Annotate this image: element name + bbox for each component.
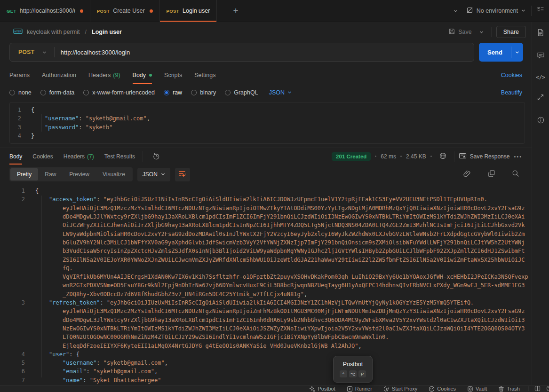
request-tab-create-user[interactable]: POSTCreate User	[90, 0, 160, 22]
response-tab-headers[interactable]: Headers(7)	[64, 148, 94, 165]
breadcrumb-collection[interactable]: keycloak with permit	[27, 29, 80, 35]
wrap-text-icon[interactable]	[175, 168, 190, 181]
cookies-link[interactable]: Cookies	[501, 72, 522, 78]
tab-authorization[interactable]: Authorization	[42, 66, 76, 84]
view-pretty[interactable]: Pretty	[10, 168, 38, 180]
view-raw[interactable]: Raw	[38, 168, 63, 180]
code-text: "name": "Syket Bhattachergee"	[35, 376, 161, 384]
line-number	[0, 212, 25, 221]
code-text: ZSI6IlN5a2V0IEJoYXR0YWNoZXJnZWUiLCJwcmVm…	[35, 256, 525, 264]
send-button[interactable]: Send	[479, 43, 523, 62]
environment-quick-look-icon[interactable]	[532, 5, 549, 17]
environment-selector[interactable]: No environment	[461, 7, 531, 15]
code-text: {	[35, 187, 39, 195]
tab-settings[interactable]: Settings	[194, 66, 215, 84]
radio-x-www-form-urlencoded[interactable]: x-www-form-urlencoded	[83, 89, 155, 96]
response-size[interactable]: 2.45 KB	[406, 153, 426, 160]
radio-form-data[interactable]: form-data	[40, 89, 75, 96]
modified-dot-icon	[149, 74, 152, 77]
comments-icon[interactable]	[537, 52, 545, 61]
url-input[interactable]: http://localhost:3000/login	[61, 49, 130, 56]
code-text: _ZDQ8hy-Xbv0DDccDz7d6V8fKhudGbhZ3v7_HN4i…	[35, 290, 307, 298]
share-button[interactable]: Share	[496, 26, 526, 38]
response-language-dropdown[interactable]: JSON	[137, 168, 170, 181]
code-text: "access_token": "eyJhbGciOiJSUzI1NiIsInR…	[35, 195, 487, 204]
response-tab-cookies[interactable]: Cookies	[32, 148, 53, 165]
beautify-link[interactable]: Beautify	[501, 89, 522, 96]
code-row: eyJleHAiOjE3MzQ1MzczMzYsImlhdCI6MTczNDUz…	[0, 204, 532, 212]
tab-label: Settings	[194, 72, 215, 78]
line-number: 2	[0, 195, 25, 204]
radio-raw[interactable]: raw	[164, 89, 182, 96]
method-chevron-icon[interactable]	[40, 46, 49, 58]
copy-icon[interactable]	[485, 168, 498, 181]
code-text: EjleqDdFzoeIEIYXF6KyteEII1aLMqOX4NrtGJDY…	[35, 342, 362, 350]
more-options-icon[interactable]: •••	[514, 154, 522, 159]
statusbar-postbot[interactable]: Postbot	[309, 386, 335, 392]
tab-label: Cookies	[32, 153, 53, 160]
view-visualize[interactable]: Visualize	[96, 168, 132, 180]
code-row: ZSI6IlN5a2V0IEJoYXR0YWNoZXJnZWUiLCJwcmVm…	[0, 256, 532, 264]
response-time[interactable]: 62 ms	[381, 153, 396, 160]
code-row: NzEwOGIwYS0xNTBkLTRiYmItOWIzMS1kYTdiZWJh…	[0, 324, 532, 333]
code-text: wnR2GTxPDXVSNmeOD5FsuY8Gr9kNl2Epj9nDhTrN…	[35, 281, 525, 290]
line-number: 4	[0, 350, 25, 359]
statusbar-runner[interactable]: Runner	[347, 386, 372, 392]
statusbar-trash[interactable]: Trash	[498, 386, 520, 392]
shortcut-key: ^	[340, 370, 347, 377]
statusbar-start-proxy[interactable]: Start Proxy	[383, 386, 417, 392]
code-snippet-icon[interactable]: </>	[536, 74, 545, 80]
request-editor[interactable]: 1{2"username": "syketb@gmail.com",3"pass…	[9, 102, 525, 144]
save-response-label: Save Response	[470, 153, 510, 160]
tab-params[interactable]: Params	[9, 66, 30, 84]
method-selector[interactable]: POST	[10, 49, 40, 55]
statusbar-cookies[interactable]: Cookies	[429, 386, 456, 392]
radio-binary[interactable]: binary	[191, 89, 216, 96]
code-text: "password": "syketb"	[31, 123, 113, 132]
radio-none[interactable]: none	[9, 89, 32, 96]
info-icon[interactable]	[537, 116, 545, 126]
language-dropdown[interactable]: JSON	[269, 89, 292, 96]
status-badge[interactable]: 201 Created	[332, 152, 371, 161]
tab-scripts[interactable]: Scripts	[164, 66, 182, 84]
code-text: "username": "syketb@gmail.com",	[31, 114, 150, 123]
related-requests-icon[interactable]	[537, 94, 544, 103]
code-row: 7"name": "Syket Bhattachergee"	[0, 376, 532, 384]
search-icon[interactable]	[509, 168, 522, 181]
request-tab-http-localhost-3000-us[interactable]: GEThttp://localhost:3000/us	[0, 0, 90, 22]
code-text: "username": "syketb@gmail.com",	[35, 359, 168, 367]
save-options-chevron[interactable]	[477, 26, 486, 38]
save-response-button[interactable]: Save Response	[459, 152, 510, 161]
tab-label: Params	[9, 72, 30, 78]
link-response-icon[interactable]	[461, 168, 474, 181]
documentation-icon[interactable]	[537, 29, 544, 39]
code-text: LW9yaWdpbnMiOlsiaHR0cDovL2xvY2FsaG9zdDoz…	[35, 230, 525, 238]
new-tab-button[interactable]: +	[228, 0, 243, 22]
code-row: fQ.	[0, 264, 532, 273]
line-number	[0, 238, 25, 247]
response-view-tabs: PrettyRawPreviewVisualize	[9, 167, 133, 181]
request-tab-login-user[interactable]: POSTLogin user	[160, 0, 217, 22]
response-history-icon[interactable]	[150, 150, 163, 163]
line-number	[0, 256, 25, 264]
chevron-down-icon[interactable]	[451, 5, 461, 17]
statusbar-vault[interactable]: Vault	[467, 386, 487, 392]
radio-graphql[interactable]: GraphQL	[225, 89, 258, 96]
save-icon	[448, 28, 455, 36]
postbot-keys: ^⌥P	[340, 370, 366, 377]
postbot-tooltip-label: Postbot	[343, 361, 363, 368]
network-globe-icon[interactable]	[436, 150, 450, 163]
split-panes-icon[interactable]	[534, 385, 541, 392]
help-icon[interactable]	[546, 385, 549, 392]
send-options-chevron[interactable]	[511, 43, 523, 62]
response-tab-test-results[interactable]: Test Results	[104, 148, 135, 165]
code-text: LTQ0NzUtOGQwNC00OGRhNmZiNzM4ZTQiLCJzY29w…	[35, 333, 389, 341]
save-button[interactable]: Save	[448, 28, 472, 36]
view-preview[interactable]: Preview	[63, 168, 96, 180]
tab-body[interactable]: Body	[133, 66, 152, 84]
line-number: 2	[10, 114, 21, 123]
page-title: Login user	[92, 29, 122, 35]
response-editor[interactable]: 1{2"access_token": "eyJhbGciOiJSUzI1NiIs…	[0, 184, 532, 385]
response-tab-body[interactable]: Body	[9, 148, 22, 165]
tab-headers[interactable]: Headers(9)	[88, 66, 120, 84]
